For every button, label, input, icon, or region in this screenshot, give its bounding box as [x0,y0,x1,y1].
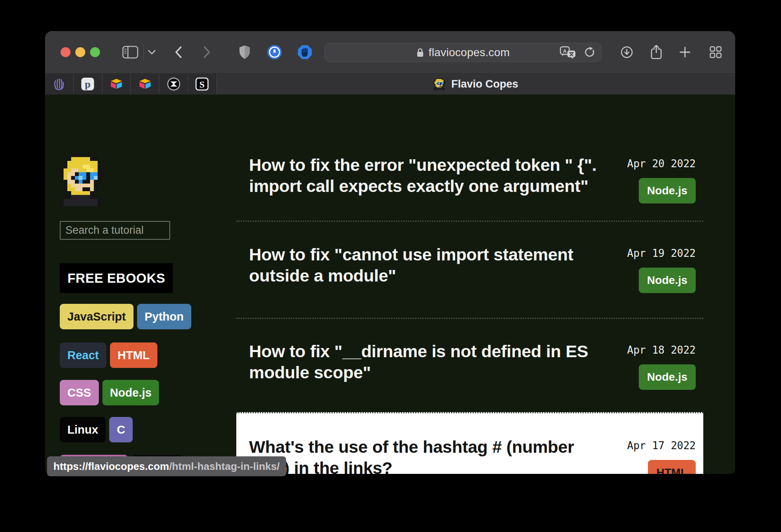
page-content: FREE EBOOKS JavaScript Python React HTML… [45,95,735,474]
post-meta: Apr 20 2022 Node.js [627,155,696,203]
post-meta: Apr 17 2022 HTML [627,436,696,474]
share-icon[interactable] [650,45,662,60]
post-meta: Apr 19 2022 Node.js [627,244,696,293]
avatar [60,153,105,206]
address-text: flaviocopes.com [429,46,510,59]
status-url-tooltip: https://flaviocopes.com/html-hashtag-in-… [47,456,286,476]
close-window-button[interactable] [61,47,71,57]
shield-icon[interactable] [238,45,251,60]
svg-text:S: S [200,79,205,90]
minimize-window-button[interactable] [75,47,85,57]
sidebar-toggle-icon[interactable] [122,46,138,59]
browser-window: flaviocopes.com A [45,31,735,474]
favorite-tiles: p [45,74,217,94]
post-title-link[interactable]: How to fix "cannot use import statement … [249,244,608,293]
favorite-p-icon[interactable]: p [74,74,102,94]
svg-text:A: A [563,48,567,54]
post-date: Apr 17 2022 [627,440,696,452]
post-tag-badge[interactable]: HTML [648,460,696,474]
favorites-bar: p [45,74,735,95]
tab-overview-icon[interactable] [710,46,722,58]
translate-icon[interactable]: A [560,46,576,59]
favorite-box-icon[interactable] [102,74,131,94]
post-title-link[interactable]: How to fix "__dirname is not defined in … [249,341,608,390]
forward-icon[interactable] [202,45,212,59]
toolbar-divider [143,45,144,61]
tag-linux[interactable]: Linux [60,417,106,442]
post-row: How to fix the error "unexpected token "… [236,155,703,221]
post-meta: Apr 18 2022 Node.js [627,341,696,390]
free-ebooks-button[interactable]: FREE EBOOKS [60,263,173,293]
status-url-host: https://flaviocopes.com [53,460,169,473]
tag-html[interactable]: HTML [110,342,157,368]
post-list: How to fix the error "unexpected token "… [236,95,703,474]
status-url-path: /html-hashtag-in-links/ [169,460,279,473]
bookmark-label: Flavio Copes [451,78,518,90]
sidebar: FREE EBOOKS JavaScript Python React HTML… [45,95,236,474]
tag-react[interactable]: React [60,342,106,368]
favorite-box-icon[interactable] [131,74,159,94]
traffic-lights [61,47,100,57]
tag-python[interactable]: Python [137,304,191,329]
tag-javascript[interactable]: JavaScript [60,304,133,329]
favorite-s-icon[interactable]: S [188,74,217,94]
post-date: Apr 20 2022 [627,158,696,170]
new-tab-icon[interactable] [679,47,691,58]
post-title-link[interactable]: How to fix the error "unexpected token "… [249,155,608,203]
search-input[interactable] [60,221,170,240]
tag-nodejs[interactable]: Node.js [102,380,159,405]
post-date: Apr 18 2022 [627,344,696,356]
post-row: How to fix "cannot use import statement … [236,221,703,318]
post-list-area: How to fix the error "unexpected token "… [236,95,735,474]
tag-c[interactable]: C [109,417,133,442]
chevron-down-icon[interactable] [148,50,156,55]
favorite-mask-icon[interactable] [159,74,188,94]
svg-text:p: p [85,78,90,90]
browser-toolbar: flaviocopes.com A [45,31,735,74]
back-icon[interactable] [173,45,184,59]
onepassword-icon[interactable] [267,45,282,60]
post-tag-badge[interactable]: Node.js [639,178,696,203]
stop-hand-icon[interactable] [297,45,312,60]
tag-css[interactable]: CSS [60,380,99,405]
post-title-link[interactable]: What's the use of the hashtag # (number … [249,436,608,474]
lock-icon [416,48,424,57]
site-favicon [434,78,445,90]
address-bar[interactable]: flaviocopes.com A [324,43,602,62]
post-row-hovered: What's the use of the hashtag # (number … [236,412,703,474]
post-date: Apr 19 2022 [627,247,696,259]
favorite-hand-icon[interactable] [45,74,74,94]
bookmark-flavio-copes[interactable]: Flavio Copes [217,74,735,94]
post-row: How to fix "__dirname is not defined in … [236,318,703,412]
post-tag-badge[interactable]: Node.js [639,268,696,293]
reload-icon[interactable] [585,47,596,59]
post-tag-badge[interactable]: Node.js [639,364,696,390]
zoom-window-button[interactable] [90,47,100,57]
download-icon[interactable] [621,46,633,58]
